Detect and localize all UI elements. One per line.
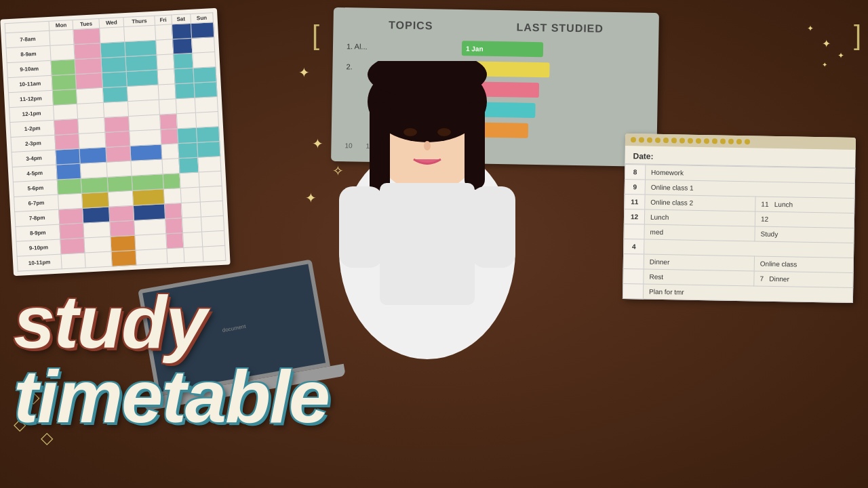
schedule-activity-med: med xyxy=(644,224,755,241)
svg-rect-4 xyxy=(465,102,485,190)
svg-rect-10 xyxy=(339,186,383,268)
dot-6 xyxy=(671,138,677,143)
sparkle-2: ✦ xyxy=(312,136,323,152)
schedule-time: 9 xyxy=(625,180,645,195)
sparkle-6: ✦ xyxy=(807,24,814,33)
svg-rect-9 xyxy=(380,183,475,305)
bracket-right-decoration: ] xyxy=(854,20,861,51)
timetable-grid: Mon Tues Wed Thurs Fri Sat Sun 7-8am xyxy=(5,12,226,272)
dot-7 xyxy=(679,138,685,143)
schedule-activity-lunch2: Lunch xyxy=(644,209,755,226)
schedule-time: 4 xyxy=(624,239,644,255)
svg-rect-11 xyxy=(471,186,515,268)
schedule-activity-study: Study xyxy=(755,226,854,243)
schedule-activity-rest: Rest xyxy=(644,269,754,286)
dot-15 xyxy=(745,139,750,144)
topics-header: TOPICS xyxy=(389,19,433,32)
svg-point-8 xyxy=(424,141,431,150)
sparkle-3: ✧ xyxy=(332,163,344,179)
schedule-time xyxy=(624,224,644,240)
dot-4 xyxy=(655,138,660,143)
col-header-sat: Sat xyxy=(171,14,191,24)
dot-13 xyxy=(728,139,734,144)
schedule-time: 12 xyxy=(624,209,644,225)
schedule-time xyxy=(623,284,643,300)
dot-14 xyxy=(736,139,742,144)
col-header-fri: Fri xyxy=(155,15,172,25)
dot-11 xyxy=(712,138,717,144)
schedule-time: 8 xyxy=(625,165,645,180)
main-title-area: study timetable xyxy=(14,285,329,434)
schedule-activity-empty: 12 xyxy=(755,211,854,228)
sparkle-4: ✦ xyxy=(305,190,317,206)
study-tracker-header: TOPICS LAST STUDIED xyxy=(347,18,645,36)
schedule-table: 8 Homework 9 Online class 1 11 Online cl… xyxy=(623,164,855,303)
schedule-activity-online2: Online class 2 xyxy=(645,195,755,211)
dot-8 xyxy=(688,138,693,144)
dot-1 xyxy=(631,137,636,142)
schedule-activity-dinner1: Dinner xyxy=(644,254,754,271)
schedule-time xyxy=(623,269,644,285)
sparkle-8: ✦ xyxy=(822,61,827,68)
title-line-2: timetable xyxy=(14,359,329,434)
dot-5 xyxy=(663,138,669,143)
svg-point-7 xyxy=(437,128,451,136)
schedule-time xyxy=(623,254,644,270)
dot-3 xyxy=(647,138,652,143)
title-line-1: study xyxy=(14,285,329,359)
timetable-card: Mon Tues Wed Thurs Fri Sat Sun 7-8am xyxy=(0,8,230,276)
dot-2 xyxy=(639,137,644,142)
sparkle-5: ✦ xyxy=(822,37,831,50)
schedule-time: 11 xyxy=(625,195,645,210)
schedule-activity-online-class: Online class xyxy=(754,256,853,273)
dot-10 xyxy=(704,138,709,144)
schedule-activity-dinner2: 7 Dinner xyxy=(754,271,853,288)
schedule-card: Date: 8 Homework 9 Online class 1 11 Onl… xyxy=(623,134,856,303)
dot-12 xyxy=(720,138,726,144)
dot-9 xyxy=(696,138,701,144)
last-studied-header: LAST STUDIED xyxy=(516,22,604,35)
sparkle-1: ✦ xyxy=(298,64,310,81)
svg-point-6 xyxy=(403,128,417,136)
sparkle-7: ✦ xyxy=(837,51,844,60)
schedule-activity-lunch1: 11 Lunch xyxy=(755,197,854,214)
schedule-activity-plan: Plan for tmr xyxy=(643,284,852,302)
date-label: Date: xyxy=(633,151,653,161)
